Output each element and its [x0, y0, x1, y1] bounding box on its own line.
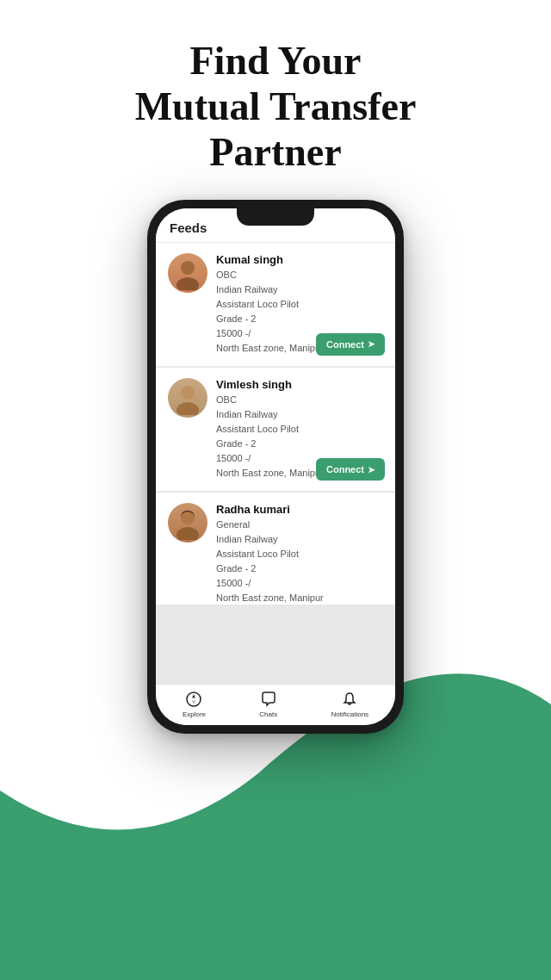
feeds-title: Feeds: [170, 220, 207, 235]
send-icon-1: ➤: [368, 339, 375, 349]
bottom-navigation: Explore Chats: [156, 684, 395, 725]
svg-point-0: [181, 261, 195, 275]
avatar-1: [168, 253, 207, 293]
person-detail-3: General Indian Railway Assistant Loco Pi…: [216, 518, 383, 605]
svg-marker-8: [192, 700, 195, 704]
avatar-3: [168, 503, 207, 543]
nav-item-explore[interactable]: Explore: [183, 690, 206, 718]
person-name-2: Vimlesh singh: [216, 378, 383, 391]
connect-button-2[interactable]: Connect ➤: [316, 458, 385, 481]
page-title-line3: Partner: [0, 130, 551, 176]
page-title-line1: Find Your: [0, 39, 551, 84]
header-section: Find Your Mutual Transfer Partner: [0, 0, 551, 176]
person-name-3: Radha kumari: [216, 503, 383, 516]
nav-item-notifications[interactable]: Notifications: [331, 690, 369, 718]
svg-point-2: [181, 386, 195, 400]
phone-screen: Feeds Kumal singh: [156, 208, 395, 725]
svg-point-1: [176, 277, 199, 290]
feed-card-3: Radha kumari General Indian Railway Assi…: [156, 493, 395, 605]
nav-label-notifications: Notifications: [331, 710, 369, 718]
card-info-3: Radha kumari General Indian Railway Assi…: [216, 503, 383, 605]
connect-button-1[interactable]: Connect ➤: [316, 333, 385, 356]
nav-item-chats[interactable]: Chats: [259, 690, 278, 718]
phone-notch: [237, 208, 314, 226]
phone-frame: Feeds Kumal singh: [147, 200, 404, 734]
feed-card-2: Vimlesh singh OBC Indian Railway Assista…: [156, 368, 395, 491]
svg-point-5: [176, 527, 199, 540]
compass-icon: [184, 690, 203, 709]
screen-content: Feeds Kumal singh: [156, 208, 395, 725]
nav-label-chats: Chats: [259, 710, 277, 718]
bell-icon: [340, 690, 359, 709]
chat-icon: [259, 690, 278, 709]
feed-card-1: Kumal singh OBC Indian Railway Assistant…: [156, 243, 395, 366]
send-icon-2: ➤: [368, 465, 375, 474]
svg-marker-7: [192, 694, 195, 698]
avatar-2: [168, 378, 207, 418]
page-title-line2: Mutual Transfer: [0, 84, 551, 130]
feeds-list: Kumal singh OBC Indian Railway Assistant…: [156, 243, 395, 684]
svg-point-3: [176, 402, 199, 415]
nav-label-explore: Explore: [183, 710, 206, 718]
phone-mockup: Feeds Kumal singh: [0, 200, 551, 734]
person-name-1: Kumal singh: [216, 253, 383, 266]
